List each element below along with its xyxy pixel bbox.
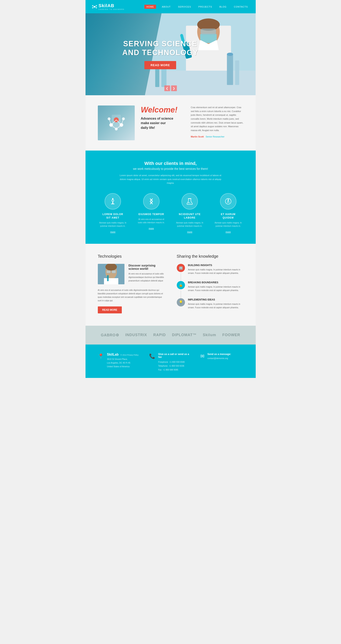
footer-contact-title: Send us a message:	[207, 353, 231, 356]
footer-phone-inner: 📞 Give us a call or send us a fax Freeph…	[149, 353, 192, 372]
service-item-4: ET HARUMQUIDEM Aenean quis mattis magna.…	[213, 193, 243, 234]
footer-telephone: Telephone +1 800 593 6036	[158, 364, 192, 368]
partner-gabro: GABRO⚙	[101, 333, 119, 337]
knowledge-title-3: IMPLEMENTING IDEAS	[188, 298, 243, 301]
knowledge-icon-boundaries: 🔓	[177, 281, 185, 289]
footer-contact-col: ✉ Send us a message: contact@demomix.org	[200, 353, 243, 372]
hero-next-button[interactable]: ❯	[171, 86, 177, 91]
partner-rapid: RAPID	[153, 333, 166, 337]
logo-icon	[92, 4, 97, 10]
nav-home[interactable]: HOME	[144, 5, 156, 9]
svg-point-41	[112, 198, 113, 199]
service-icon-flask	[181, 193, 198, 210]
footer-email-icon: ✉	[200, 353, 204, 359]
service-desc-3: Aenean quis mattis magna. In pulvinar in…	[175, 221, 205, 228]
footer-fax: Fax +1 800 688 9085	[158, 368, 192, 372]
service-icon-dna	[143, 193, 160, 210]
services-section: With our clients in mind, we work meticu…	[86, 150, 256, 244]
hero-text: SERVING SCIENCE AND TECHNOLOGY Read more	[122, 39, 198, 69]
welcome-author: Martin Scott Senior Researcher	[191, 136, 243, 138]
svg-rect-44	[188, 198, 191, 199]
svg-rect-23	[155, 68, 159, 87]
service-item-1: LOREM DOLORSIT AMET Aenean quis mattis m…	[98, 193, 128, 234]
hero-read-more-button[interactable]: Read more	[144, 61, 176, 69]
knowledge-section-title: Sharing the knowledge	[177, 254, 243, 259]
knowledge-desc-2: Aenean quis mattis magna. In pulvinar in…	[188, 285, 243, 292]
footer-phone-col: 📞 Give us a call or send us a fax Freeph…	[149, 353, 192, 372]
footer-phone-icon: 📞	[149, 353, 155, 359]
footer-contact-inner: ✉ Send us a message: contact@demomix.org	[200, 353, 243, 360]
services-grid: LOREM DOLORSIT AMET Aenean quis mattis m…	[98, 193, 243, 234]
footer-copyright: © 2014 Privacy Policy	[121, 354, 139, 356]
knowledge-text-1: BUILDING INSIGHTS Aenean quis mattis mag…	[188, 264, 243, 275]
service-name-4: ET HARUMQUIDEM	[213, 212, 243, 220]
svg-rect-55	[112, 270, 116, 273]
footer-phone-title: Give us a call or send us a fax	[158, 353, 192, 358]
knowledge-item-3: 💡 IMPLEMENTING IDEAS Aenean quis mattis …	[177, 298, 243, 309]
svg-point-45	[188, 202, 189, 204]
service-desc-2: At vero eos et accusamus et iusto odio i…	[136, 218, 167, 224]
logo-sub: LEADING TO ANSWERS	[99, 8, 124, 10]
partners-section: GABRO⚙ INDUSTRIX RAPID DIPLOMAT™ Skilum …	[86, 326, 256, 344]
hero-section: SERVING SCIENCE AND TECHNOLOGY Read more…	[86, 13, 256, 95]
nav-contacts[interactable]: CONTACTS	[232, 5, 249, 9]
partner-diplomat: DIPLOMAT™	[172, 333, 197, 337]
hero-title: SERVING SCIENCE AND TECHNOLOGY	[122, 39, 198, 57]
svg-rect-36	[112, 115, 121, 128]
service-item-3: NCIDIDUNT UTELABORE Aenean quis mattis m…	[175, 193, 205, 234]
knowledge-icon-ideas: 💡	[177, 298, 185, 306]
service-more-3[interactable]: more	[187, 231, 192, 233]
svg-rect-57	[104, 278, 118, 284]
service-more-2[interactable]: more	[149, 227, 154, 230]
tech-body-text: At vero eos et accusamus et iusto odio d…	[98, 288, 164, 302]
nav: HOME ABOUT SERVICES PROJECTS BLOG CONTAC…	[144, 5, 249, 9]
knowledge-icon-building: 🏢	[177, 264, 185, 272]
svg-rect-20	[235, 60, 239, 85]
footer-address-inner: 📍 SkilLab © 2014 Privacy Policy 3610 St …	[98, 353, 141, 368]
nav-projects[interactable]: PROJECTS	[197, 5, 214, 9]
service-icon-compass	[220, 193, 236, 210]
svg-rect-19	[227, 54, 233, 85]
svg-rect-22	[161, 66, 167, 87]
nav-services[interactable]: SERVICES	[176, 5, 193, 9]
footer-freephone: Freephone +1 800 559 6580	[158, 360, 192, 364]
footer-logo: SkilLab © 2014 Privacy Policy	[107, 353, 139, 356]
footer-address-content: SkilLab © 2014 Privacy Policy 3610 St Vi…	[107, 353, 139, 368]
footer-email: contact@demomix.org	[207, 357, 231, 360]
service-more-1[interactable]: more	[110, 231, 115, 233]
read-more-button[interactable]: Read More	[98, 306, 122, 314]
service-name-2: EIUSMOD TEMPOR	[136, 212, 167, 216]
footer: 📍 SkilLab © 2014 Privacy Policy 3610 St …	[86, 344, 256, 378]
svg-point-46	[190, 203, 191, 204]
hero-prev-button[interactable]: ❮	[164, 86, 170, 91]
tech-right: Sharing the knowledge 🏢 BUILDING INSIGHT…	[177, 254, 243, 316]
svg-rect-58	[107, 275, 109, 281]
logo[interactable]: SkilAB LEADING TO ANSWERS	[92, 3, 124, 10]
service-item-2: EIUSMOD TEMPOR At vero eos et accusamus …	[136, 193, 167, 234]
tech-card: Discover surprising science world! At ve…	[98, 264, 164, 284]
svg-rect-54	[106, 270, 111, 273]
svg-rect-39	[111, 204, 114, 204]
knowledge-text-3: IMPLEMENTING IDEAS Aenean quis mattis ma…	[188, 298, 243, 309]
footer-phone-content: Give us a call or send us a fax Freephon…	[158, 353, 192, 372]
nav-blog[interactable]: BLOG	[218, 5, 228, 9]
footer-contact-content: Send us a message: contact@demomix.org	[207, 353, 231, 360]
service-desc-1: Aenean quis mattis magna. In pulvinar in…	[98, 221, 128, 228]
svg-point-21	[227, 53, 233, 56]
welcome-title: Welcome!	[141, 106, 185, 114]
nav-about[interactable]: ABOUT	[160, 5, 172, 9]
partner-industrix: INDUSTRIX	[125, 333, 147, 337]
svg-point-50	[228, 199, 229, 200]
service-name-3: NCIDIDUNT UTELABORE	[175, 212, 205, 220]
services-subtitle: we work meticulously to provide the best…	[98, 167, 243, 170]
partner-skilum: Skilum	[203, 333, 216, 337]
tech-section-title: Technologies	[98, 254, 164, 259]
service-more-4[interactable]: more	[226, 231, 231, 233]
tech-card-content: Discover surprising science world! At ve…	[129, 264, 164, 284]
welcome-content: Welcome! Advances of sciencemake easier …	[141, 106, 185, 133]
welcome-image	[98, 106, 135, 140]
knowledge-title-2: BREAKING BOUNDARIES	[188, 281, 243, 284]
knowledge-title-1: BUILDING INSIGHTS	[188, 264, 243, 267]
partner-foower: FOOWER	[222, 333, 240, 337]
service-name-1: LOREM DOLORSIT AMET	[98, 212, 128, 220]
